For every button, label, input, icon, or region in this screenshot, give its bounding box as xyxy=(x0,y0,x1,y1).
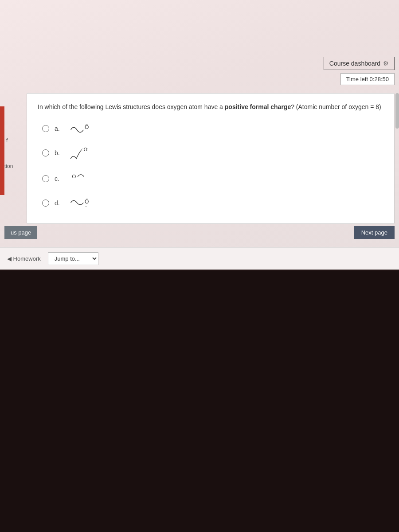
molecule-d: Ö ·· xyxy=(69,195,95,211)
sidebar-label-f: f xyxy=(6,137,8,144)
question-text-bold: positive formal charge xyxy=(225,103,291,110)
option-c-radio[interactable] xyxy=(42,175,49,182)
molecule-a: Ö ·· xyxy=(69,121,95,137)
gear-icon: ⚙ xyxy=(383,60,389,67)
svg-text:·: · xyxy=(74,172,75,176)
svg-text:··: ·· xyxy=(83,145,85,149)
sidebar-label-tion: tion xyxy=(4,163,13,169)
question-text: In which of the following Lewis structur… xyxy=(38,102,383,112)
prev-page-button[interactable]: us page xyxy=(4,226,37,239)
svg-text:··: ·· xyxy=(85,204,87,208)
option-c-row: c. Ö · xyxy=(42,169,383,188)
svg-text:··: ·· xyxy=(85,123,87,127)
svg-text:Ö: Ö xyxy=(85,199,89,205)
option-d-row: d. Ö ·· xyxy=(42,195,383,211)
option-d-label: d. xyxy=(55,200,63,207)
course-dashboard-label: Course dashboard xyxy=(329,60,380,67)
molecule-c: Ö · xyxy=(69,169,91,188)
option-a-radio[interactable] xyxy=(42,125,49,132)
question-text-start: In which of the following Lewis structur… xyxy=(38,103,225,110)
option-d-radio[interactable] xyxy=(42,200,49,207)
option-a-row: a. Ö ·· xyxy=(42,121,383,137)
option-b-label: b. xyxy=(55,149,63,156)
option-b-radio[interactable] xyxy=(42,149,49,156)
option-b-row: b. :O: ·· xyxy=(42,144,383,162)
scrollbar[interactable] xyxy=(395,93,399,129)
question-text-end: ? (Atomic number of oxygen = 8) xyxy=(291,103,381,110)
option-c-label: c. xyxy=(55,175,63,182)
nav-buttons: us page Next page xyxy=(0,226,399,239)
time-left-display: Time left 0:28:50 xyxy=(340,73,395,85)
options-list: a. Ö ·· b. xyxy=(38,121,383,211)
left-bar xyxy=(0,106,4,195)
question-card: In which of the following Lewis structur… xyxy=(27,93,395,224)
jump-to-select[interactable]: Jump to... xyxy=(48,252,98,265)
bottom-nav: ◀ Homework Jump to... xyxy=(0,247,399,270)
molecule-b: :O: ·· xyxy=(69,144,95,162)
course-dashboard-button[interactable]: Course dashboard ⚙ xyxy=(324,57,395,70)
dark-bottom-area xyxy=(0,270,399,532)
next-page-button[interactable]: Next page xyxy=(354,226,395,239)
homework-link[interactable]: ◀ Homework xyxy=(7,255,41,262)
option-a-label: a. xyxy=(55,125,63,132)
